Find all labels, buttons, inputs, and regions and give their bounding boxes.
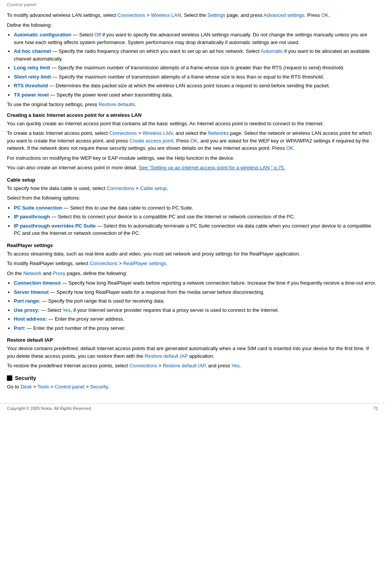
list-item: RTS threshold — Determines the data pack…: [14, 82, 378, 90]
wireless-lan-link-1[interactable]: Wireless LAN: [151, 12, 181, 18]
bullet-key-port: Port:: [14, 325, 25, 331]
security-title: Security: [15, 375, 36, 381]
realplayer-p2: To modify RealPlayer settings, select Co…: [7, 260, 378, 267]
create-access-point-link[interactable]: Create access point: [129, 138, 173, 144]
security-link[interactable]: Security: [90, 384, 108, 390]
page-footer: Copyright © 2005 Nokia. All Rights Reser…: [0, 403, 385, 413]
creating-p4: You can also create an Internet access p…: [7, 164, 378, 172]
ok-link-1[interactable]: OK: [321, 12, 329, 18]
settings-link[interactable]: Settings: [207, 12, 225, 18]
page-number: 71: [373, 406, 378, 411]
automatic-link[interactable]: Automatic: [261, 48, 283, 54]
restore-iap-p1: Your device contains predefined, default…: [7, 345, 378, 360]
bullet-key-ippassthrough-override: IP passthrough overrides PC Suite: [14, 223, 96, 229]
restore-defaults-link[interactable]: Restore defaults: [99, 102, 135, 107]
list-item: Port: — Enter the port number of the pro…: [14, 324, 378, 332]
see-setting-up-link[interactable]: See "Setting up an Internet access point…: [139, 165, 285, 170]
connections-link-3[interactable]: Connections: [107, 185, 134, 191]
realplayer-p3: On the Network and Proxy pages, define t…: [7, 270, 378, 277]
list-item: PC Suite connection — Select this to use…: [14, 204, 378, 212]
bullet-key-port-range: Port range:: [14, 298, 40, 304]
proxy-link[interactable]: Proxy: [53, 270, 65, 276]
realplayer-section: RealPlayer settings To access streaming …: [7, 242, 378, 332]
bullet-key-ippassthrough: IP passthrough: [14, 214, 50, 219]
list-item: Port range: — Specify the port range tha…: [14, 297, 378, 305]
connections-link-4[interactable]: Connections: [90, 260, 117, 266]
desk-link[interactable]: Desk: [20, 384, 32, 390]
cable-setup-p1: To specify how the data cable is used, s…: [7, 185, 378, 192]
page-header: Control panel: [0, 0, 385, 8]
define-following: Define the following:: [7, 21, 378, 29]
list-item: Short retry limit — Specify the maximum …: [14, 73, 378, 81]
list-item: Use proxy: — Select Yes, if your Interne…: [14, 306, 378, 314]
bullet-key-host-address: Host address:: [14, 316, 47, 322]
cable-setup-section: Cable setup To specify how the data cabl…: [7, 177, 378, 237]
cable-setup-p2: Select from the following options:: [7, 194, 378, 202]
bullet-key-long-retry: Long retry limit: [14, 65, 50, 70]
connections-link-1[interactable]: Connections: [117, 12, 145, 18]
bullet-key-automatic: Automatic configuration: [14, 32, 71, 38]
intro-paragraph: To modify advanced wireless LAN settings…: [7, 11, 378, 19]
advanced-settings-link[interactable]: Advanced settings: [264, 12, 304, 18]
creating-p1: You can quickly create an Internet acces…: [7, 120, 378, 128]
wireless-lan-list: Automatic configuration — Select Off if …: [14, 31, 378, 98]
bullet-key-adhoc: Ad hoc channel: [14, 48, 51, 54]
wireless-lan-link-2[interactable]: Wireless LAN: [143, 130, 173, 136]
list-item: TX power level — Specify the power level…: [14, 91, 378, 99]
bullet-key-connection-timeout: Connection timeout: [14, 280, 61, 286]
off-link[interactable]: Off: [94, 32, 101, 38]
bullet-square-icon: [7, 375, 12, 381]
network-link[interactable]: Network: [23, 270, 42, 276]
list-item: Server timeout — Specify how long RealPl…: [14, 288, 378, 296]
header-text: Control panel: [7, 2, 36, 7]
control-panel-link[interactable]: Control panel: [55, 384, 84, 390]
bullet-key-use-proxy: Use proxy:: [14, 307, 39, 313]
list-item: Connection timeout — Specify how long Re…: [14, 279, 378, 287]
cable-setup-link[interactable]: Cable setup: [140, 185, 166, 191]
realplayer-list: Connection timeout — Specify how long Re…: [14, 279, 378, 332]
restore-iap-section: Restore default IAP Your device contains…: [7, 337, 378, 370]
list-item: Host address: — Enter the proxy server a…: [14, 315, 378, 323]
creating-heading: Creating a basic Internet access point f…: [7, 112, 378, 118]
tools-link[interactable]: Tools: [38, 384, 49, 390]
ok-link-3[interactable]: OK: [286, 145, 293, 151]
realplayer-p1: To access streaming data, such as real-t…: [7, 250, 378, 258]
bullet-key-short-retry: Short retry limit: [14, 74, 51, 80]
intro-text: To modify advanced wireless LAN settings…: [7, 12, 117, 18]
cable-setup-heading: Cable setup: [7, 177, 378, 183]
restore-default-iap-link-2[interactable]: Restore default IAP: [163, 363, 206, 369]
bullet-key-server-timeout: Server timeout: [14, 289, 49, 295]
bullet-key-tx: TX power level: [14, 92, 49, 98]
main-content: To modify advanced wireless LAN settings…: [0, 8, 385, 396]
list-item: IP passthrough overrides PC Suite — Sele…: [14, 222, 378, 237]
cable-setup-list: PC Suite connection — Select this to use…: [14, 204, 378, 237]
connections-link-2[interactable]: Connections: [109, 130, 137, 136]
security-p1: Go to Desk > Tools > Control panel > Sec…: [7, 383, 378, 391]
bullet-key-pcsuite: PC Suite connection: [14, 205, 62, 211]
restore-default-iap-link[interactable]: Restore default IAP: [145, 353, 188, 359]
yes-link[interactable]: Yes: [63, 307, 71, 313]
realplayer-settings-link[interactable]: RealPlayer settings: [123, 260, 166, 266]
list-item: Automatic configuration — Select Off if …: [14, 31, 378, 46]
realplayer-heading: RealPlayer settings: [7, 242, 378, 248]
ok-link-2[interactable]: OK: [190, 138, 197, 144]
connections-link-5[interactable]: Connections: [129, 363, 157, 369]
restore-iap-heading: Restore default IAP: [7, 337, 378, 343]
restore-iap-p2: To restore the predefined Internet acces…: [7, 362, 378, 370]
list-item: Ad hoc channel — Specify the radio frequ…: [14, 47, 378, 62]
creating-p2: To create a basic Internet access point,…: [7, 129, 378, 152]
restore-defaults-paragraph: To use the original factory settings, pr…: [7, 101, 378, 108]
list-item: IP passthrough — Select this to connect …: [14, 213, 378, 221]
creating-p3: For instructions on modifying the WEP ke…: [7, 154, 378, 162]
networks-link[interactable]: Networks: [208, 130, 229, 136]
yes-link-2[interactable]: Yes: [231, 363, 239, 369]
copyright-text: Copyright © 2005 Nokia. All Rights Reser…: [7, 406, 92, 411]
list-item: Long retry limit — Specify the maximum n…: [14, 64, 378, 72]
restore-defaults-text: To use the original factory settings, pr…: [7, 102, 99, 107]
bullet-key-rts: RTS threshold: [14, 83, 48, 88]
security-section-header: Security: [7, 375, 378, 381]
